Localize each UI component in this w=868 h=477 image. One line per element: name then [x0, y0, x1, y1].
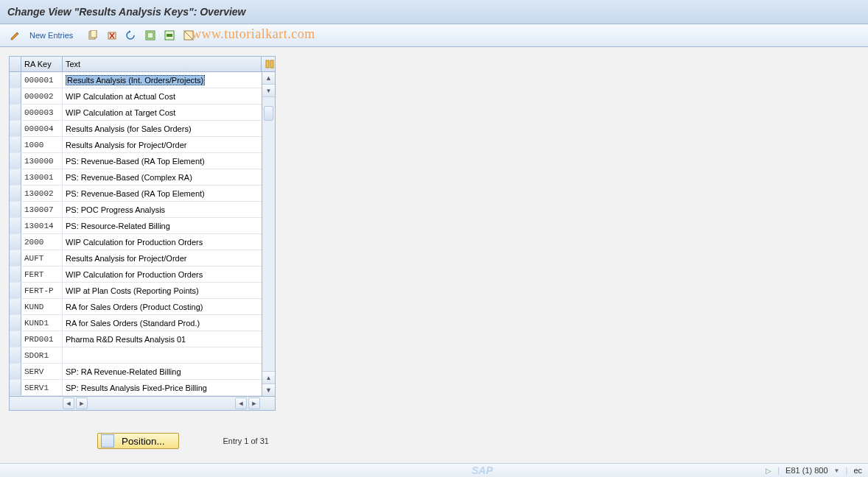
cell-text[interactable]: WIP Calculation at Actual Cost: [63, 88, 262, 104]
row-selector[interactable]: [10, 315, 21, 331]
cell-ra-key[interactable]: 130007: [21, 202, 63, 217]
cell-text[interactable]: PS: POC Progress Analysis: [63, 202, 262, 217]
cell-text[interactable]: Results Analysis (Int. Orders/Projects): [63, 72, 262, 88]
row-selector[interactable]: [10, 364, 21, 379]
svg-rect-11: [266, 60, 269, 68]
cell-ra-key[interactable]: KUND1: [21, 315, 63, 331]
row-selector[interactable]: [10, 380, 21, 395]
content-area: RA Key Text 000001Results Analysis (Int.…: [0, 47, 868, 411]
scroll-track[interactable]: [262, 97, 275, 371]
cell-text[interactable]: Pharma R&D Results Analysis 01: [63, 331, 262, 347]
table-row: 1000Results Analysis for Project/Order: [10, 137, 262, 153]
cell-text[interactable]: RA for Sales Orders (Product Costing): [63, 299, 262, 314]
cell-text[interactable]: RA for Sales Orders (Standard Prod.): [63, 315, 262, 331]
delete-icon[interactable]: [104, 27, 120, 43]
alv-grid: RA Key Text 000001Results Analysis (Int.…: [9, 56, 276, 411]
scroll-down-step-icon[interactable]: ▲: [262, 371, 275, 384]
row-selector[interactable]: [10, 88, 21, 104]
row-selector[interactable]: [10, 266, 21, 282]
scroll-down-icon[interactable]: ▼: [262, 384, 275, 396]
watermark-text: www.tutorialkart.com: [192, 26, 315, 42]
cell-ra-key[interactable]: PRD001: [21, 331, 63, 347]
column-header-text[interactable]: Text: [63, 57, 262, 71]
cell-text[interactable]: Results Analysis for Project/Order: [63, 250, 262, 266]
scroll-up-icon[interactable]: ▲: [262, 72, 275, 85]
row-selector[interactable]: [10, 218, 21, 233]
table-row: SERVSP: RA Revenue-Related Billing: [10, 364, 262, 380]
cell-ra-key[interactable]: AUFT: [21, 250, 63, 266]
cell-ra-key[interactable]: FERT: [21, 266, 63, 282]
cell-ra-key[interactable]: SERV1: [21, 380, 63, 395]
row-selector[interactable]: [10, 299, 21, 314]
row-selector[interactable]: [10, 121, 21, 136]
status-separator: |: [777, 466, 780, 475]
row-selector[interactable]: [10, 331, 21, 347]
row-selector[interactable]: [10, 283, 21, 298]
cell-ra-key[interactable]: 000002: [21, 88, 63, 104]
cell-text[interactable]: PS: Revenue-Based (RA Top Element): [63, 153, 262, 169]
scroll-up-step-icon[interactable]: ▼: [262, 85, 275, 97]
status-message-icon[interactable]: ▷: [766, 467, 771, 475]
header-select-all[interactable]: [10, 57, 21, 71]
cell-text[interactable]: PS: Resource-Related Billing: [63, 218, 262, 233]
scroll-thumb[interactable]: [264, 106, 273, 121]
cell-ra-key[interactable]: KUND: [21, 299, 63, 314]
table-row: 130001PS: Revenue-Based (Complex RA): [10, 169, 262, 186]
row-selector[interactable]: [10, 137, 21, 152]
cell-ra-key[interactable]: 000003: [21, 105, 63, 120]
table-row: 000002WIP Calculation at Actual Cost: [10, 88, 262, 105]
sap-logo: SAP: [472, 464, 493, 476]
table-configure-icon[interactable]: [262, 57, 275, 71]
cell-ra-key[interactable]: 130000: [21, 153, 63, 169]
row-selector[interactable]: [10, 153, 21, 169]
vertical-scrollbar[interactable]: ▲ ▼ ▲ ▼: [262, 72, 275, 396]
cell-text[interactable]: Results Analysis (for Sales Orders): [63, 121, 262, 136]
status-dropdown-icon[interactable]: ▼: [834, 467, 840, 474]
entry-counter: Entry 1 of 31: [223, 437, 269, 445]
cell-ra-key[interactable]: 000004: [21, 121, 63, 136]
cell-text[interactable]: PS: Revenue-Based (Complex RA): [63, 169, 262, 185]
cell-ra-key[interactable]: 2000: [21, 234, 63, 250]
cell-ra-key[interactable]: 130002: [21, 186, 63, 201]
row-selector[interactable]: [10, 105, 21, 120]
cell-ra-key[interactable]: FERT-P: [21, 283, 63, 298]
cell-text[interactable]: SP: Results Analysis Fixed-Price Billing: [63, 380, 262, 395]
cell-ra-key[interactable]: 1000: [21, 137, 63, 152]
cell-ra-key[interactable]: 000001: [21, 72, 63, 88]
row-selector[interactable]: [10, 169, 21, 185]
cell-ra-key[interactable]: SDOR1: [21, 347, 63, 363]
position-button[interactable]: Position...: [97, 433, 179, 449]
table-row: 130000PS: Revenue-Based (RA Top Element): [10, 153, 262, 169]
cell-text[interactable]: Results Analysis for Project/Order: [63, 137, 262, 152]
row-selector[interactable]: [10, 347, 21, 363]
horizontal-scrollbar[interactable]: ◄ ► ◄ ►: [10, 396, 275, 410]
select-block-icon[interactable]: [161, 27, 178, 43]
deselect-all-icon[interactable]: [181, 27, 197, 43]
row-selector[interactable]: [10, 186, 21, 201]
cell-ra-key[interactable]: SERV: [21, 364, 63, 379]
cell-text[interactable]: WIP Calculation for Production Orders: [63, 266, 262, 282]
hscroll-left-icon[interactable]: ◄: [63, 398, 74, 409]
cell-ra-key[interactable]: 130001: [21, 169, 63, 185]
row-selector[interactable]: [10, 234, 21, 250]
cell-text[interactable]: [63, 347, 262, 363]
cell-ra-key[interactable]: 130014: [21, 218, 63, 233]
hscroll-right-step-icon[interactable]: ►: [76, 398, 88, 409]
cell-text[interactable]: SP: RA Revenue-Related Billing: [63, 364, 262, 379]
undo-icon[interactable]: [123, 27, 139, 43]
cell-text[interactable]: WIP Calculation at Target Cost: [63, 105, 262, 120]
cell-text[interactable]: WIP Calculation for Production Orders: [63, 234, 262, 250]
table-row: AUFTResults Analysis for Project/Order: [10, 250, 262, 266]
cell-text[interactable]: WIP at Plan Costs (Reporting Points): [63, 283, 262, 298]
copy-as-icon[interactable]: [85, 27, 101, 43]
row-selector[interactable]: [10, 72, 21, 88]
row-selector[interactable]: [10, 250, 21, 266]
column-header-key[interactable]: RA Key: [21, 57, 63, 71]
hscroll-right-icon[interactable]: ►: [248, 398, 260, 409]
select-all-icon[interactable]: [142, 27, 158, 43]
new-entries-button[interactable]: New Entries: [27, 31, 76, 40]
hscroll-left-step-icon[interactable]: ◄: [235, 398, 247, 409]
row-selector[interactable]: [10, 202, 21, 217]
toggle-change-icon[interactable]: [7, 27, 24, 43]
cell-text[interactable]: PS: Revenue-Based (RA Top Element): [63, 186, 262, 201]
